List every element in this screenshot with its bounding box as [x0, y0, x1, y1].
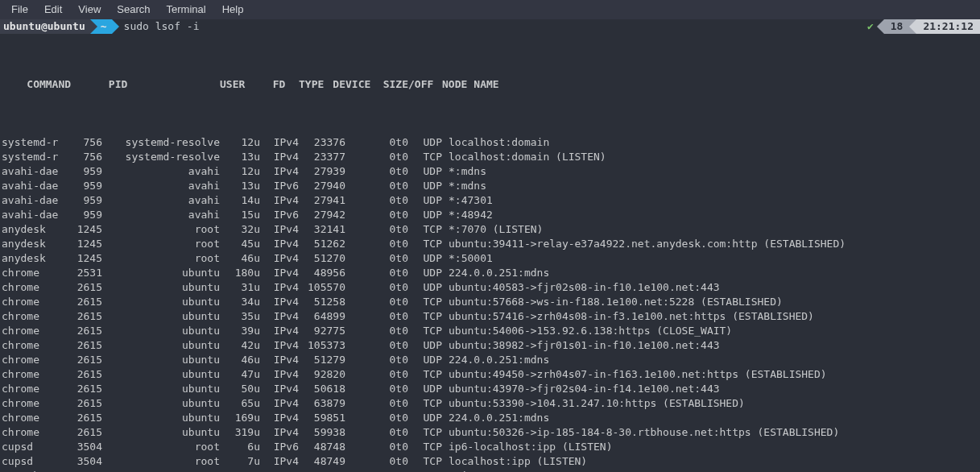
col-node: NODE	[433, 77, 467, 92]
menubar: FileEditViewSearchTerminalHelp	[0, 0, 980, 19]
lsof-row: cups-brow3506root7uIPv4449470t0UDP*:ipp	[2, 469, 980, 472]
check-icon: ✔	[867, 19, 877, 34]
menu-view[interactable]: View	[70, 0, 109, 19]
col-name: NAME	[467, 77, 498, 92]
lsof-row: avahi-dae959avahi15uIPv6279420t0UDP*:489…	[2, 208, 980, 222]
lsof-row: cupsd3504root6uIPv6487480t0TCPip6-localh…	[2, 440, 980, 454]
col-fd: FD	[245, 77, 285, 92]
lsof-row: chrome2615ubuntu319uIPv4599380t0TCPubunt…	[2, 425, 980, 440]
prompt-user-host: ubuntu@ubuntu	[0, 19, 90, 34]
lsof-row: cupsd3504root7uIPv4487490t0TCPlocalhost:…	[2, 454, 980, 469]
separator-arrow	[90, 19, 97, 34]
lsof-row: systemd-r756systemd-resolve12uIPv4233760…	[2, 135, 980, 150]
lsof-row: chrome2615ubuntu47uIPv4928200t0TCPubuntu…	[2, 367, 980, 382]
col-user: USER	[134, 77, 245, 92]
lsof-row: chrome2615ubuntu31uIPv41055700t0UDPubunt…	[2, 280, 980, 295]
lsof-row: chrome2615ubuntu39uIPv4927750t0TCPubuntu…	[2, 324, 980, 338]
menu-help[interactable]: Help	[214, 0, 252, 19]
lsof-row: avahi-dae959avahi14uIPv4279410t0UDP*:473…	[2, 193, 980, 208]
menu-edit[interactable]: Edit	[36, 0, 70, 19]
lsof-row: chrome2615ubuntu169uIPv4598510t0UDP224.0…	[2, 411, 980, 425]
lsof-row: chrome2615ubuntu34uIPv4512580t0TCPubuntu…	[2, 295, 980, 309]
lsof-row: chrome2531ubuntu180uIPv4489560t0UDP224.0…	[2, 266, 980, 280]
lsof-row: chrome2615ubuntu35uIPv4648990t0TCPubuntu…	[2, 309, 980, 324]
lsof-row: anydesk1245root32uIPv4321410t0TCP*:7070 …	[2, 222, 980, 237]
lsof-row: chrome2615ubuntu50uIPv4506180t0UDPubuntu…	[2, 382, 980, 396]
lsof-row: avahi-dae959avahi12uIPv4279390t0UDP*:mdn…	[2, 164, 980, 179]
col-command: COMMAND	[27, 77, 91, 92]
menu-file[interactable]: File	[3, 0, 36, 19]
lsof-output: COMMANDPIDUSERFDTYPEDEVICESIZE/OFFNODENA…	[0, 34, 980, 472]
command-text: sudo lsof -i	[119, 19, 200, 34]
lsof-row: chrome2615ubuntu46uIPv4512790t0UDP224.0.…	[2, 353, 980, 367]
time-display: 21:21:12	[916, 19, 980, 34]
col-type: TYPE	[285, 77, 324, 92]
prompt-line-1: ubuntu@ubuntu ~ sudo lsof -i ✔ 18 21:21:…	[0, 19, 980, 34]
separator-arrow	[909, 19, 916, 34]
lsof-row: anydesk1245root46uIPv4512700t0UDP*:50001	[2, 251, 980, 266]
prompt-right-status: ✔ 18 21:21:12	[867, 19, 980, 34]
output-header: COMMANDPIDUSERFDTYPEDEVICESIZE/OFFNODENA…	[2, 63, 980, 106]
col-sizeoff: SIZE/OFF	[370, 77, 433, 92]
lsof-row: systemd-r756systemd-resolve13uIPv4233770…	[2, 150, 980, 164]
separator-arrow	[877, 19, 884, 34]
lsof-row: chrome2615ubuntu42uIPv41053730t0UDPubunt…	[2, 338, 980, 353]
lsof-row: avahi-dae959avahi13uIPv6279400t0UDP*:mdn…	[2, 179, 980, 193]
prompt-path: ~	[97, 19, 112, 34]
separator-arrow	[112, 19, 119, 34]
menu-search[interactable]: Search	[109, 0, 158, 19]
history-count: 18	[884, 19, 910, 34]
menu-terminal[interactable]: Terminal	[159, 0, 214, 19]
col-device: DEVICE	[324, 77, 370, 92]
lsof-row: anydesk1245root45uIPv4512620t0TCPubuntu:…	[2, 237, 980, 251]
col-pid: PID	[91, 77, 127, 92]
lsof-row: chrome2615ubuntu65uIPv4638790t0TCPubuntu…	[2, 396, 980, 411]
